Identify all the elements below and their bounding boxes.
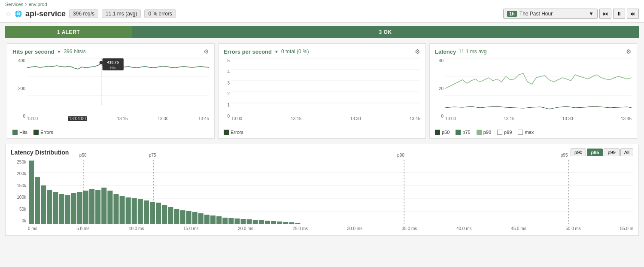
- time-control: 1h The Past Hour ▼ ⏮ ⏸ ⏭: [503, 9, 639, 19]
- pct-p99-button[interactable]: p99: [604, 149, 619, 156]
- hits-title[interactable]: Hits per second: [12, 49, 55, 55]
- svg-rect-41: [126, 197, 131, 224]
- pct-p95-button[interactable]: p95: [587, 149, 603, 156]
- p90-legend-label: p90: [483, 130, 491, 135]
- errors-panel: Errors per second ▼ 0 total (0 %) ⚙ 5 4 …: [218, 43, 426, 139]
- svg-text:418.75: 418.75: [107, 60, 119, 64]
- svg-rect-47: [162, 205, 167, 224]
- hits-x-label-2: 13:15: [117, 116, 128, 121]
- errors-x-label-2: 13:30: [350, 116, 361, 121]
- hits-gear-button[interactable]: ⚙: [204, 48, 209, 55]
- ok-section[interactable]: 3 OK: [132, 26, 639, 38]
- errors-dropdown-icon[interactable]: ▼: [274, 49, 279, 54]
- time-pause-button[interactable]: ⏸: [613, 9, 625, 19]
- req-per-sec-badge: 396 req/s: [69, 9, 98, 18]
- latency-x-label-3: 13:45: [621, 116, 632, 121]
- latency-legend-p90: p90: [477, 130, 491, 135]
- errors-legend-label: Errors: [231, 130, 243, 135]
- svg-rect-32: [71, 193, 76, 224]
- hits-value: 396 hits/s: [64, 49, 85, 55]
- svg-rect-30: [59, 194, 64, 224]
- hits-legend-hits-label: Hits: [19, 130, 27, 135]
- p75-legend-label: p75: [462, 130, 470, 135]
- svg-rect-66: [277, 221, 282, 224]
- max-legend-box: [518, 130, 523, 135]
- svg-rect-59: [234, 218, 240, 224]
- hits-dropdown-icon[interactable]: ▼: [57, 49, 61, 54]
- star-icon[interactable]: ☆: [5, 10, 11, 18]
- time-tag: 1h: [507, 11, 517, 17]
- latency-panel: Latency 11.1 ms avg ⚙ 40 20 0: [429, 43, 637, 139]
- hits-chart-area: 400 200 0 418.75: [12, 58, 209, 127]
- svg-rect-25: [29, 161, 34, 224]
- dist-x-10: 50.0 ms: [565, 226, 581, 231]
- svg-rect-28: [47, 190, 52, 224]
- latency-x-label-1: 13:15: [504, 116, 514, 121]
- svg-rect-52: [192, 212, 197, 224]
- svg-rect-53: [198, 213, 204, 224]
- dist-x-3: 15.0 ms: [183, 226, 199, 231]
- hits-legend-hits: Hits: [12, 130, 27, 135]
- charts-row: Hits per second ▼ 396 hits/s ⚙ 400 200 0: [5, 42, 639, 140]
- dist-x-6: 30.0 ms: [347, 226, 363, 231]
- svg-rect-65: [271, 221, 276, 224]
- hits-x-label-4: 13:45: [198, 116, 209, 121]
- breadcrumb-env[interactable]: env:prod: [29, 2, 47, 7]
- pct-p90-button[interactable]: p90: [571, 149, 586, 156]
- latency-title[interactable]: Latency: [435, 49, 456, 55]
- errors-x-label-3: 13:45: [410, 116, 420, 121]
- svg-rect-62: [253, 220, 258, 224]
- errors-title[interactable]: Errors per second: [224, 49, 272, 55]
- hits-legend-hits-box: [12, 130, 18, 135]
- svg-rect-69: [295, 223, 300, 224]
- hits-legend-errors: Errors: [33, 130, 53, 135]
- svg-rect-54: [204, 215, 210, 224]
- svg-rect-29: [53, 192, 58, 224]
- time-range-selector[interactable]: 1h The Past Hour ▼: [503, 9, 598, 19]
- svg-rect-49: [174, 209, 179, 224]
- svg-rect-55: [210, 215, 216, 224]
- alert-section[interactable]: 1 ALERT: [5, 26, 132, 38]
- errors-value: 0 total (0 %): [281, 49, 309, 55]
- svg-rect-40: [120, 196, 125, 224]
- hits-legend-errors-label: Errors: [40, 130, 53, 135]
- service-globe-icon: 🌐: [15, 10, 22, 17]
- errors-legend-box: [224, 130, 229, 135]
- svg-rect-43: [138, 199, 143, 224]
- svg-rect-50: [180, 210, 185, 224]
- dropdown-arrow-icon: ▼: [589, 11, 594, 17]
- breadcrumb-services[interactable]: Services: [5, 2, 23, 7]
- p75-legend-box: [456, 130, 461, 135]
- svg-rect-48: [168, 207, 173, 224]
- breadcrumb: Services > env:prod: [5, 2, 47, 7]
- errors-gear-button[interactable]: ⚙: [415, 48, 420, 55]
- latency-legend-p75: p75: [456, 130, 470, 135]
- svg-rect-31: [65, 195, 70, 224]
- hits-x-axis: 13:00 13:04:00 13:15 13:30 13:45: [27, 115, 209, 121]
- time-forward-button[interactable]: ⏭: [627, 9, 639, 19]
- time-rewind-button[interactable]: ⏮: [599, 9, 611, 19]
- errors-legend: Errors: [224, 130, 420, 135]
- svg-rect-35: [89, 189, 94, 224]
- p50-legend-box: [435, 130, 440, 135]
- svg-rect-67: [283, 222, 288, 224]
- errors-legend-errors: Errors: [224, 130, 243, 135]
- svg-rect-36: [95, 190, 100, 224]
- svg-rect-39: [113, 194, 118, 224]
- hits-panel: Hits per second ▼ 396 hits/s ⚙ 400 200 0: [7, 43, 215, 139]
- dist-x-8: 40.0 ms: [456, 226, 472, 231]
- errors-x-axis: 13:00 13:15 13:30 13:45: [231, 115, 420, 121]
- svg-rect-44: [144, 200, 149, 224]
- svg-rect-27: [41, 185, 46, 224]
- svg-rect-34: [83, 191, 88, 224]
- p50-legend-label: p50: [442, 130, 450, 135]
- svg-rect-68: [289, 222, 294, 224]
- latency-gear-button[interactable]: ⚙: [626, 48, 632, 55]
- svg-rect-61: [247, 219, 252, 224]
- latency-dist-title: Latency Distribution: [11, 149, 69, 156]
- pct-all-button[interactable]: All: [620, 149, 633, 156]
- svg-rect-56: [216, 216, 222, 224]
- svg-point-5: [100, 61, 103, 64]
- svg-rect-42: [132, 198, 137, 224]
- breadcrumb-separator: >: [24, 2, 27, 7]
